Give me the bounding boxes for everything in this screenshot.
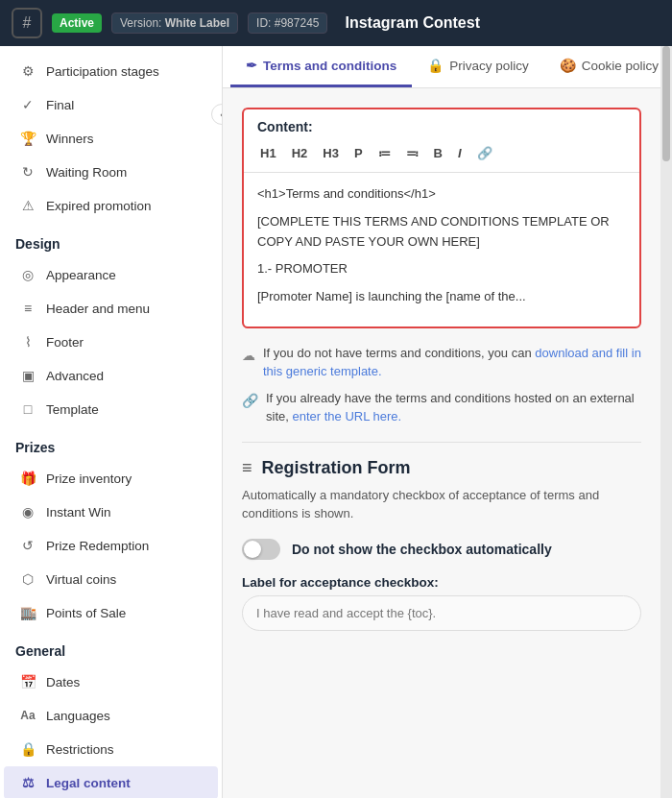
tab-privacy-policy[interactable]: 🔒 Privacy policy [412, 46, 544, 87]
toolbar-bold[interactable]: B [427, 142, 449, 164]
sidebar-item-label: Prize Redemption [46, 539, 149, 553]
toolbar-link[interactable]: 🔗 [470, 142, 499, 164]
sidebar-item-label: Instant Win [46, 505, 111, 520]
sidebar-item-instant-win[interactable]: ◉ Instant Win [4, 496, 218, 528]
sidebar-item-label: Participation stages [46, 64, 159, 79]
content-scroll: Content: H1 H2 H3 P ≔ ≕ B I 🔗 <h1>Terms … [223, 88, 660, 798]
page-title: Instagram Contest [345, 14, 479, 32]
content-area: ✒ Terms and conditions 🔒 Privacy policy … [223, 46, 660, 798]
sidebar-item-restrictions[interactable]: 🔒 Restrictions [4, 733, 218, 765]
sidebar-item-virtual-coins[interactable]: ⬡ Virtual coins [4, 563, 218, 595]
sidebar-item-label: Final [46, 98, 74, 112]
sidebar-item-final[interactable]: ✓ Final [4, 88, 218, 121]
info-note-download: ☁ If you do not have terms and condition… [242, 344, 641, 381]
sidebar-item-label: Restrictions [46, 742, 114, 757]
sidebar-item-dates[interactable]: 📅 Dates [4, 665, 218, 698]
download-note-icon: ☁ [242, 346, 255, 366]
sidebar-item-label: Waiting Room [46, 165, 127, 180]
toolbar-h1[interactable]: H1 [253, 142, 283, 164]
cookie-tab-icon: 🍪 [560, 58, 576, 73]
tab-terms-conditions[interactable]: ✒ Terms and conditions [230, 46, 412, 87]
editor-label: Content: [244, 109, 639, 138]
sidebar-item-label: Appearance [46, 268, 116, 282]
tab-label: Cookie policy [582, 59, 659, 73]
toolbar-h2[interactable]: H2 [285, 142, 315, 164]
editor-toolbar: H1 H2 H3 P ≔ ≕ B I 🔗 [244, 138, 639, 173]
info-note-url: 🔗 If you already have the terms and cond… [242, 389, 641, 426]
toolbar-unordered-list[interactable]: ≕ [399, 142, 425, 164]
sidebar-item-label: Dates [46, 675, 80, 689]
registration-form-icon: ≡ [242, 458, 252, 478]
design-section-header: Design [0, 223, 222, 257]
toolbar-p[interactable]: P [348, 142, 370, 164]
sidebar-item-points-of-sale[interactable]: 🏬 Points of Sale [4, 596, 218, 629]
footer-icon: ⌇ [19, 333, 36, 351]
sidebar-item-participation-stages[interactable]: ⚙ Participation stages [4, 55, 218, 87]
sidebar-item-template[interactable]: □ Template [4, 393, 218, 425]
sidebar-item-label: Footer [46, 335, 84, 350]
tab-label: Terms and conditions [263, 59, 396, 73]
waiting-room-icon: ↻ [19, 163, 36, 181]
expired-promotion-icon: ⚠ [19, 197, 36, 214]
sidebar-item-label: Points of Sale [46, 606, 126, 620]
version-badge: Version: White Label [111, 12, 238, 34]
url-note-icon: 🔗 [242, 391, 258, 411]
sidebar: ⚙ Participation stages ✓ Final 🏆 Winners… [0, 46, 223, 798]
sidebar-item-label: Virtual coins [46, 572, 116, 587]
sidebar-item-expired-promotion[interactable]: ⚠ Expired promotion [4, 189, 218, 222]
privacy-tab-icon: 🔒 [427, 58, 444, 73]
winners-icon: 🏆 [19, 130, 36, 147]
topbar: # Active Version: White Label ID: #98724… [0, 0, 672, 46]
registration-form-desc: Automatically a mandatory checkbox of ac… [242, 486, 641, 523]
app-logo[interactable]: # [12, 8, 42, 38]
toolbar-ordered-list[interactable]: ≔ [372, 142, 397, 164]
acceptance-label: Label for acceptance checkbox: [242, 575, 641, 590]
sidebar-item-waiting-room[interactable]: ↻ Waiting Room [4, 156, 218, 188]
participation-stages-icon: ⚙ [19, 62, 36, 80]
editor-content[interactable]: <h1>Terms and conditions</h1> [COMPLETE … [244, 173, 639, 326]
instant-win-icon: ◉ [19, 503, 36, 520]
download-template-link[interactable]: download and fill in this generic templa… [263, 346, 641, 379]
sidebar-item-header-menu[interactable]: ≡ Header and menu [4, 292, 218, 325]
legal-content-icon: ⚖ [19, 774, 36, 791]
sidebar-item-footer[interactable]: ⌇ Footer [4, 326, 218, 358]
tab-cookie-policy[interactable]: 🍪 Cookie policy [544, 46, 660, 87]
sidebar-item-label: Winners [46, 132, 94, 146]
sidebar-item-label: Legal content [46, 776, 131, 790]
tabs-bar: ✒ Terms and conditions 🔒 Privacy policy … [223, 46, 660, 88]
terms-tab-icon: ✒ [246, 58, 257, 73]
sidebar-item-label: Advanced [46, 369, 104, 383]
template-icon: □ [19, 400, 36, 418]
acceptance-input[interactable] [242, 595, 641, 631]
advanced-icon: ▣ [19, 367, 36, 384]
sidebar-item-prize-redemption[interactable]: ↺ Prize Redemption [4, 529, 218, 562]
scrollbar-track [660, 46, 672, 798]
active-badge: Active [52, 13, 102, 33]
languages-icon: Aa [19, 707, 36, 724]
section-divider [242, 442, 641, 443]
sidebar-item-label: Template [46, 402, 99, 417]
editor-box: Content: H1 H2 H3 P ≔ ≕ B I 🔗 <h1>Terms … [242, 108, 641, 328]
show-checkbox-toggle[interactable] [242, 539, 280, 560]
sidebar-item-label: Header and menu [46, 302, 150, 316]
points-of-sale-icon: 🏬 [19, 604, 36, 621]
sidebar-item-appearance[interactable]: ◎ Appearance [4, 258, 218, 291]
sidebar-item-label: Expired promotion [46, 199, 152, 213]
header-menu-icon: ≡ [19, 300, 36, 317]
sidebar-item-label: Prize inventory [46, 472, 132, 486]
toolbar-h3[interactable]: H3 [316, 142, 346, 164]
appearance-icon: ◎ [19, 266, 36, 283]
toolbar-italic[interactable]: I [451, 142, 468, 164]
registration-form-title: ≡ Registration Form [242, 458, 641, 478]
sidebar-item-prize-inventory[interactable]: 🎁 Prize inventory [4, 462, 218, 495]
sidebar-item-advanced[interactable]: ▣ Advanced [4, 359, 218, 392]
sidebar-item-label: Languages [46, 709, 110, 723]
enter-url-link[interactable]: enter the URL here. [292, 409, 401, 423]
prizes-section-header: Prizes [0, 426, 222, 461]
sidebar-item-languages[interactable]: Aa Languages [4, 699, 218, 732]
sidebar-item-winners[interactable]: 🏆 Winners [4, 122, 218, 155]
sidebar-item-legal-content[interactable]: ⚖ Legal content [4, 766, 218, 798]
prize-inventory-icon: 🎁 [19, 470, 36, 487]
main-layout: ⚙ Participation stages ✓ Final 🏆 Winners… [0, 46, 672, 798]
dates-icon: 📅 [19, 673, 36, 690]
